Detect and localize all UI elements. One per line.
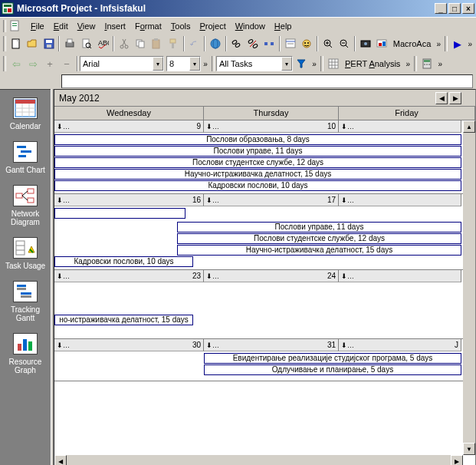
menu-help[interactable]: Help [270, 20, 297, 32]
show-subtasks-icon[interactable]: + [41, 55, 58, 72]
scroll-left-button[interactable]: ◀ [54, 455, 67, 465]
view-resource-graph[interactable]: Resource Graph [0, 328, 51, 381]
save-icon[interactable] [41, 35, 57, 52]
day-cell-header[interactable]: ⬇… [339, 270, 461, 282]
format-painter-icon[interactable] [165, 35, 181, 52]
filter-combo[interactable]: All Tasks▾ [216, 56, 293, 71]
prev-month-button[interactable]: ◀ [435, 92, 448, 104]
toolbar-overflow-icon[interactable]: » [434, 40, 443, 48]
pert-grid-icon[interactable] [325, 55, 342, 72]
chevron-down-icon[interactable]: ▾ [153, 57, 163, 71]
outdent-icon[interactable]: ⇦ [8, 55, 25, 72]
task-bar[interactable]: Послови образовања, 8 days [54, 134, 461, 145]
toolbar-overflow-icon[interactable]: » [465, 40, 474, 48]
autofilter-icon[interactable] [293, 55, 310, 72]
task-bar[interactable]: Послови студентске службе, 12 days [177, 233, 461, 244]
undo-icon[interactable] [186, 35, 202, 52]
cut-icon[interactable] [116, 35, 132, 52]
calendar-body[interactable]: ⬇…9⬇…10⬇…Послови образовања, 8 daysПосло… [54, 120, 475, 465]
toolbar-overflow-icon[interactable]: » [435, 60, 445, 68]
grip-icon[interactable] [320, 56, 323, 71]
vertical-scrollbar[interactable]: ▲ ▼ [463, 120, 475, 455]
paste-icon[interactable] [149, 35, 165, 52]
link-tasks-icon[interactable] [228, 35, 245, 52]
chevron-down-icon[interactable]: ▾ [189, 57, 200, 71]
task-bar[interactable]: Научно-истраживачка делатност, 15 days [177, 245, 461, 256]
grip-icon[interactable] [3, 20, 6, 32]
task-bar[interactable]: Евидентирање реализације студијског прог… [204, 353, 461, 364]
day-cell-header[interactable]: ⬇…9 [54, 120, 204, 133]
grip-icon[interactable] [3, 36, 6, 51]
task-bar[interactable]: но-истраживачка делатност, 15 days [54, 315, 193, 325]
day-cell-header[interactable]: ⬇…J [339, 339, 461, 351]
view-network[interactable]: Network Diagram [0, 180, 51, 232]
pert-analysis-label[interactable]: PERT Analysis [342, 59, 403, 68]
view-tracking-gantt[interactable]: Tracking Gantt [0, 276, 51, 328]
toolbar-overflow-icon[interactable]: » [201, 60, 210, 68]
task-bar[interactable]: Научно-истраживачка делатност, 15 days [54, 169, 461, 180]
calculator-icon[interactable] [419, 55, 435, 72]
next-month-button[interactable]: ▶ [449, 92, 461, 104]
macro-label[interactable]: MacroAca [390, 39, 435, 48]
grip-icon[interactable] [414, 56, 417, 71]
menu-insert[interactable]: Insert [100, 20, 130, 32]
copy-icon[interactable] [132, 35, 148, 52]
task-bar[interactable]: Кадровски послови, 10 days [54, 180, 461, 191]
day-cell-header[interactable]: ⬇…23 [54, 270, 204, 282]
maximize-button[interactable]: □ [448, 3, 461, 14]
menu-edit[interactable]: Edit [49, 20, 73, 32]
chevron-down-icon[interactable]: ▾ [281, 57, 292, 71]
hyperlink-icon[interactable] [207, 35, 223, 52]
view-gantt[interactable]: Gantt Chart [0, 137, 51, 180]
task-info-icon[interactable] [282, 35, 298, 52]
task-bar[interactable] [54, 208, 185, 219]
menu-view[interactable]: View [73, 20, 100, 32]
hide-subtasks-icon[interactable]: − [58, 55, 75, 72]
scroll-up-button[interactable]: ▲ [463, 120, 475, 133]
scroll-down-button[interactable]: ▼ [463, 443, 475, 455]
grip-icon[interactable] [3, 56, 6, 71]
horizontal-scrollbar[interactable]: ◀ ▶ [54, 455, 463, 465]
indent-icon[interactable]: ⇨ [25, 55, 41, 72]
task-bar[interactable]: Послови управе, 11 days [54, 146, 461, 157]
copy-picture-icon[interactable] [373, 35, 389, 52]
menu-file[interactable]: File [26, 20, 49, 32]
menu-format[interactable]: Format [130, 20, 166, 32]
unlink-tasks-icon[interactable] [245, 35, 261, 52]
task-bar[interactable]: Послови студентске службе, 12 days [54, 157, 461, 168]
day-cell-header[interactable]: ⬇…31 [204, 339, 339, 351]
goto-task-icon[interactable] [357, 35, 373, 52]
new-icon[interactable] [8, 35, 24, 52]
spelling-icon[interactable]: ABC [94, 35, 110, 52]
task-bar[interactable]: Послови управе, 11 days [177, 222, 461, 232]
minimize-button[interactable]: _ [435, 3, 447, 14]
font-size-combo[interactable]: 8▾ [166, 56, 201, 71]
print-preview-icon[interactable] [78, 35, 94, 52]
close-button[interactable]: × [462, 3, 474, 14]
zoom-in-icon[interactable] [320, 35, 336, 52]
menu-tools[interactable]: Tools [166, 20, 195, 32]
scroll-right-button[interactable]: ▶ [451, 455, 463, 465]
task-bar[interactable]: Кадровски послови, 10 days [54, 256, 193, 267]
font-combo[interactable]: Arial▾ [80, 56, 164, 71]
day-cell-header[interactable]: ⬇… [339, 120, 461, 133]
task-notes-icon[interactable] [298, 35, 314, 52]
play-icon[interactable]: ▶ [449, 35, 465, 52]
open-icon[interactable] [24, 35, 40, 52]
task-bar[interactable]: Одлучивање и планирање, 5 days [204, 364, 461, 375]
menu-window[interactable]: Window [231, 20, 270, 32]
print-icon[interactable] [61, 35, 77, 52]
day-cell-header[interactable]: ⬇…30 [54, 339, 204, 351]
entry-input[interactable] [61, 74, 473, 88]
day-cell-header[interactable]: ⬇…10 [204, 120, 339, 133]
view-calendar[interactable]: Calendar [0, 93, 51, 137]
split-task-icon[interactable] [261, 35, 277, 52]
day-cell-header[interactable]: ⬇…17 [204, 194, 339, 206]
grip-icon[interactable] [212, 56, 215, 71]
view-task-usage[interactable]: Task Usage [0, 232, 51, 276]
toolbar-overflow-icon[interactable]: » [310, 60, 319, 68]
day-cell-header[interactable]: ⬇… [339, 194, 461, 206]
grip-icon[interactable] [445, 36, 448, 51]
menu-project[interactable]: Project [195, 20, 230, 32]
day-cell-header[interactable]: ⬇…24 [204, 270, 339, 282]
